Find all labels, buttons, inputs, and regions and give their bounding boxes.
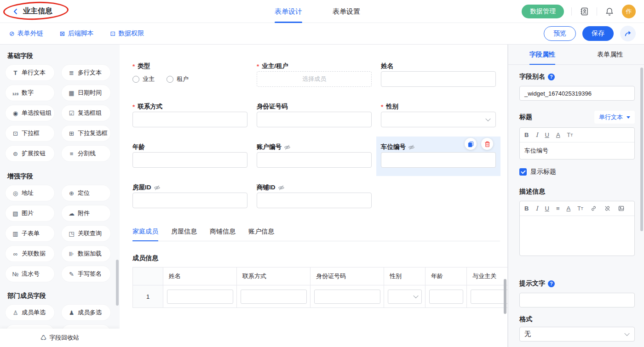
radio-icon[interactable]: [132, 76, 139, 83]
field-house-id[interactable]: 房屋ID: [132, 182, 247, 208]
name-input[interactable]: [381, 71, 496, 87]
parking-no-input[interactable]: [381, 152, 496, 168]
name-cell-input[interactable]: [167, 290, 233, 304]
tab-form-design[interactable]: 表单设计: [275, 0, 302, 23]
radio-icon[interactable]: [167, 76, 173, 83]
relation-cell-input[interactable]: [471, 290, 508, 304]
field-pill-single-line-text[interactable]: 单行文本: [6, 65, 54, 80]
contact-input[interactable]: [132, 112, 247, 127]
avatar[interactable]: 作: [622, 5, 636, 18]
canvas-scrollbar[interactable]: [504, 45, 506, 347]
field-pill-subform[interactable]: 子表单: [6, 226, 54, 241]
format-select[interactable]: 无: [519, 327, 635, 341]
align-icon[interactable]: ≡: [556, 205, 560, 212]
unlink-icon[interactable]: [604, 205, 611, 212]
font-color-icon[interactable]: A: [556, 131, 560, 138]
gender-select[interactable]: [381, 112, 496, 127]
back-navigation[interactable]: 业主信息: [12, 6, 52, 16]
age-cell-input[interactable]: [429, 290, 463, 304]
field-pill-multi-line-text[interactable]: 多行文本: [62, 65, 110, 80]
field-parking-no-selected[interactable]: 车位编号: [381, 142, 496, 168]
field-pill-datetime[interactable]: 日期时间: [62, 85, 110, 101]
field-pill-data-load[interactable]: 数据加载: [62, 246, 110, 262]
tab-account-info[interactable]: 账户信息: [248, 228, 274, 241]
field-pill-member-single[interactable]: 成员单选: [6, 305, 54, 320]
field-age[interactable]: 年龄: [132, 142, 247, 168]
help-icon[interactable]: ?: [548, 74, 555, 80]
gender-cell-select[interactable]: [388, 290, 422, 304]
member-picker[interactable]: 选择成员: [257, 71, 372, 87]
share-button[interactable]: [620, 26, 636, 41]
field-pill-member-multi[interactable]: 成员多选: [62, 305, 110, 320]
field-alias-input[interactable]: _widget_1674025319396: [519, 86, 635, 101]
font-size-icon[interactable]: TT: [567, 132, 573, 138]
id-number-cell-input[interactable]: [314, 290, 380, 304]
field-account-no[interactable]: 账户编号: [257, 142, 372, 168]
italic-icon[interactable]: I: [535, 205, 538, 212]
field-name[interactable]: 姓名: [381, 61, 496, 87]
title-editor-content[interactable]: 车位编号: [520, 142, 634, 159]
field-pill-checkbox-group[interactable]: 复选框组: [62, 105, 110, 121]
hint-input[interactable]: [519, 293, 635, 307]
field-pill-select[interactable]: 下拉框: [6, 125, 54, 141]
id-number-input[interactable]: [257, 112, 372, 127]
underline-icon[interactable]: U: [545, 131, 549, 138]
radio-option-owner[interactable]: 业主: [132, 75, 155, 83]
bold-icon[interactable]: B: [524, 205, 529, 212]
bold-icon[interactable]: B: [524, 131, 529, 138]
save-button[interactable]: 保存: [582, 26, 614, 41]
contacts-icon[interactable]: [579, 6, 589, 17]
shop-id-input[interactable]: [257, 193, 372, 208]
help-icon[interactable]: ?: [548, 280, 555, 287]
tab-form-properties[interactable]: 表单属性: [576, 45, 644, 64]
field-pill-attachment[interactable]: 附件: [62, 205, 110, 221]
underline-icon[interactable]: U: [545, 205, 549, 212]
radio-option-tenant[interactable]: 租户: [167, 75, 189, 83]
field-recycle-bin[interactable]: ♺ 字段回收站: [0, 329, 120, 347]
copy-field-button[interactable]: [465, 138, 477, 150]
backend-script-button[interactable]: ⊠ 后端脚本: [60, 29, 94, 38]
description-editor-content[interactable]: [520, 216, 634, 256]
external-link-button[interactable]: ⊘ 表单外链: [9, 29, 43, 38]
font-color-icon[interactable]: A: [567, 205, 571, 212]
delete-field-button[interactable]: [481, 138, 493, 150]
data-manage-button[interactable]: 数据管理: [522, 5, 564, 18]
preview-button[interactable]: 预览: [544, 26, 576, 41]
age-input[interactable]: [132, 152, 247, 168]
tab-form-settings[interactable]: 表单设置: [333, 0, 360, 23]
link-icon[interactable]: [590, 205, 597, 212]
field-pill-related-query[interactable]: 关联查询: [62, 226, 110, 241]
tab-house-info[interactable]: 房屋信息: [171, 228, 197, 241]
contact-cell-input[interactable]: [241, 290, 307, 304]
field-pill-multi-select[interactable]: 下拉复选框: [62, 125, 110, 141]
field-pill-number[interactable]: 数字: [6, 85, 54, 101]
field-pill-address[interactable]: 地址: [6, 185, 54, 201]
field-type[interactable]: 类型 业主 租户: [132, 61, 247, 87]
sidebar-scrollbar[interactable]: [116, 45, 119, 329]
field-owner-tenant[interactable]: 业主/租户 选择成员: [257, 61, 372, 87]
field-pill-extend-button[interactable]: 扩展按钮: [6, 146, 54, 161]
font-size-icon[interactable]: TT: [577, 205, 583, 212]
field-pill-serial-number[interactable]: 流水号: [6, 266, 54, 282]
panel-scrollbar[interactable]: [640, 65, 643, 347]
insert-image-icon[interactable]: [618, 205, 625, 212]
field-gender[interactable]: 性别: [381, 102, 496, 127]
italic-icon[interactable]: I: [535, 131, 538, 138]
field-type-dropdown[interactable]: 单行文本: [594, 111, 635, 124]
account-no-input[interactable]: [257, 152, 372, 168]
tab-family-members[interactable]: 家庭成员: [132, 228, 158, 241]
field-pill-radio-group[interactable]: 单选按钮组: [6, 105, 54, 121]
field-pill-image[interactable]: 图片: [6, 205, 54, 221]
field-id-number[interactable]: 身份证号码: [257, 102, 372, 127]
notification-bell-icon[interactable]: [604, 6, 615, 17]
field-pill-related-data[interactable]: 关联数据: [6, 246, 54, 262]
field-shop-id[interactable]: 商铺ID: [257, 182, 372, 208]
tab-field-properties[interactable]: 字段属性: [508, 45, 576, 64]
field-pill-divider[interactable]: 分割线: [62, 146, 110, 161]
data-permission-button[interactable]: ⊡ 数据权限: [110, 29, 144, 38]
field-pill-locate[interactable]: 定位: [62, 185, 110, 201]
field-contact[interactable]: 联系方式: [132, 102, 247, 127]
house-id-input[interactable]: [132, 193, 247, 208]
tab-shop-info[interactable]: 商铺信息: [210, 228, 236, 241]
show-title-checkbox-row[interactable]: 显示标题: [519, 168, 635, 176]
